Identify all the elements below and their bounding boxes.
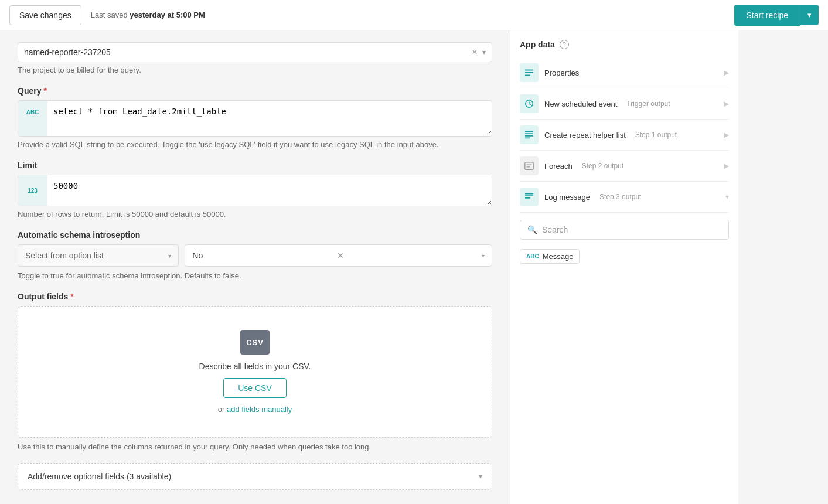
- schema-clear-icon[interactable]: ✕: [337, 251, 344, 260]
- right-sidebar: App data ? Properties ▶ New scheduled ev…: [510, 30, 738, 504]
- top-bar: Save changes Last saved yesterday at 5:0…: [0, 0, 828, 30]
- svg-rect-5: [525, 133, 533, 134]
- foreach-label: Foreach: [544, 162, 573, 171]
- optional-fields-toggle[interactable]: Add/remove optional fields (3 available)…: [18, 463, 492, 490]
- top-bar-right: Start recipe ▾: [734, 5, 819, 26]
- svg-rect-7: [525, 138, 530, 139]
- output-required-marker: *: [70, 292, 73, 301]
- svg-rect-0: [525, 70, 533, 71]
- main-layout: ✕ ▾ The project to be billed for the que…: [0, 30, 828, 504]
- svg-rect-4: [525, 131, 533, 132]
- query-label: Query *: [18, 86, 492, 96]
- output-label: Output fields *: [18, 292, 492, 301]
- or-add-manually-text: or add fields manually: [218, 405, 292, 414]
- log-message-icon: [520, 188, 539, 206]
- svg-rect-10: [525, 195, 533, 196]
- output-box: CSV Describe all fields in your CSV. Use…: [18, 306, 492, 438]
- query-textarea[interactable]: select * from Lead_date.2mill_table: [47, 101, 492, 136]
- properties-label: Properties: [544, 69, 579, 77]
- schema-value-select[interactable]: No ✕ ▾: [185, 244, 492, 267]
- sidebar-item-new-scheduled-event[interactable]: New scheduled event Trigger output ▶: [520, 88, 729, 120]
- helper-list-icon: [520, 125, 539, 144]
- top-bar-left: Save changes Last saved yesterday at 5:0…: [9, 5, 205, 25]
- app-data-header: App data ?: [520, 40, 729, 49]
- svg-rect-8: [525, 162, 533, 170]
- schema-label: Automatic schema introseption: [18, 230, 492, 240]
- query-input-wrapper: ABC select * from Lead_date.2mill_table: [18, 100, 492, 137]
- search-icon: 🔍: [527, 225, 537, 234]
- helper-list-sublabel: Step 1 output: [635, 131, 677, 139]
- query-field-section: Query * ABC select * from Lead_date.2mil…: [18, 86, 492, 149]
- schema-row: Select from option list ▾ No ✕ ▾: [18, 244, 492, 267]
- sidebar-item-log-message[interactable]: Log message Step 3 output ▾: [520, 182, 729, 213]
- log-message-arrow-icon: ▾: [725, 193, 729, 201]
- tag-abc-label: ABC: [526, 253, 539, 260]
- tag-message-label: Message: [543, 252, 574, 261]
- properties-icon: [520, 63, 539, 82]
- project-chevron-icon[interactable]: ▾: [482, 48, 486, 56]
- foreach-sublabel: Step 2 output: [582, 162, 623, 170]
- project-field-section: ✕ ▾ The project to be billed for the que…: [18, 42, 492, 74]
- schema-select-dropdown[interactable]: Select from option list ▾: [18, 244, 179, 267]
- sidebar-item-create-repeat-helper[interactable]: Create repeat helper list Step 1 output …: [520, 120, 729, 151]
- limit-textarea[interactable]: 50000: [47, 175, 492, 206]
- project-hint: The project to be billed for the query.: [18, 66, 492, 74]
- svg-rect-6: [525, 135, 533, 137]
- save-changes-button[interactable]: Save changes: [9, 5, 81, 25]
- optional-chevron-icon: ▾: [479, 472, 482, 481]
- limit-field-section: Limit 123 50000 Number of rows to return…: [18, 161, 492, 219]
- add-fields-manually-link[interactable]: add fields manually: [227, 405, 292, 414]
- chevron-down-icon: ▾: [807, 11, 812, 19]
- project-input[interactable]: [24, 47, 467, 57]
- log-message-label: Log message: [544, 193, 590, 202]
- project-clear-icon[interactable]: ✕: [472, 48, 478, 56]
- schema-hint: Toggle to true for automatic schema intr…: [18, 271, 492, 280]
- schema-field-section: Automatic schema introseption Select fro…: [18, 230, 492, 280]
- limit-label: Limit: [18, 161, 492, 170]
- schema-value-chevron-icon: ▾: [482, 253, 485, 259]
- last-saved-text: Last saved yesterday at 5:00 PM: [91, 11, 205, 19]
- output-hint: Use this to manually define the columns …: [18, 442, 492, 451]
- log-message-sublabel: Step 3 output: [599, 193, 641, 201]
- limit-hint: Number of rows to return. Limit is 50000…: [18, 210, 492, 219]
- svg-rect-11: [525, 197, 530, 199]
- svg-rect-2: [525, 75, 530, 76]
- start-recipe-dropdown-button[interactable]: ▾: [800, 5, 819, 25]
- limit-input-wrapper: 123 50000: [18, 175, 492, 206]
- app-data-title: App data: [520, 40, 555, 49]
- output-fields-section: Output fields * CSV Describe all fields …: [18, 292, 492, 451]
- foreach-icon: [520, 156, 539, 175]
- left-content: ✕ ▾ The project to be billed for the que…: [0, 30, 510, 504]
- csv-icon: CSV: [240, 330, 270, 355]
- use-csv-button[interactable]: Use CSV: [223, 378, 287, 398]
- scheduled-event-arrow-icon: ▶: [724, 100, 729, 108]
- limit-type-badge: 123: [18, 175, 47, 206]
- properties-arrow-icon: ▶: [724, 69, 729, 77]
- query-hint: Provide a valid SQL string to be execute…: [18, 140, 492, 149]
- svg-rect-9: [525, 193, 533, 195]
- helper-list-arrow-icon: ▶: [724, 131, 729, 139]
- required-marker: *: [43, 86, 46, 96]
- project-input-row: ✕ ▾: [18, 42, 492, 62]
- sidebar-item-foreach[interactable]: Foreach Step 2 output ▶: [520, 151, 729, 182]
- schema-chevron-icon: ▾: [168, 253, 171, 259]
- output-desc: Describe all fields in your CSV.: [199, 362, 311, 371]
- message-tag[interactable]: ABC Message: [520, 249, 580, 264]
- foreach-arrow-icon: ▶: [724, 162, 729, 170]
- scheduled-event-sublabel: Trigger output: [626, 100, 670, 108]
- scheduled-event-icon: [520, 94, 539, 113]
- start-recipe-button[interactable]: Start recipe: [734, 5, 800, 26]
- help-icon[interactable]: ?: [560, 40, 569, 49]
- search-input[interactable]: [542, 225, 721, 234]
- query-type-badge: ABC: [18, 101, 47, 136]
- tag-container: ABC Message: [520, 247, 729, 266]
- scheduled-event-label: New scheduled event: [544, 100, 617, 108]
- search-wrapper: 🔍: [520, 220, 729, 240]
- svg-rect-1: [525, 72, 533, 73]
- sidebar-item-properties[interactable]: Properties ▶: [520, 57, 729, 88]
- helper-list-label: Create repeat helper list: [544, 131, 626, 139]
